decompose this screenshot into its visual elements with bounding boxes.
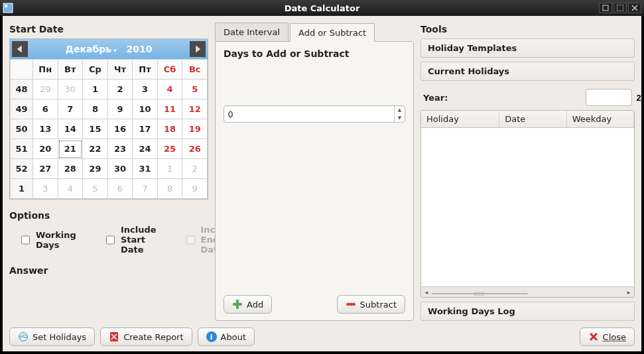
spin-down-button[interactable]: ▼ [395, 114, 405, 122]
holidays-table-body [421, 128, 634, 286]
tab-date-interval[interactable]: Date Interval [215, 23, 289, 41]
window-title: Date Calculator [285, 3, 360, 13]
working-days-checkbox[interactable]: Working Days [19, 230, 77, 250]
scroll-grip[interactable] [432, 293, 528, 294]
scroll-right-button[interactable]: ▸ [623, 288, 634, 297]
calendar-day[interactable]: 26 [182, 139, 208, 159]
maximize-button[interactable] [613, 3, 627, 13]
calendar-day[interactable]: 22 [83, 139, 108, 159]
calendar-day[interactable]: 21 [58, 139, 83, 159]
working-days-log-group[interactable]: Working Days Log [420, 302, 635, 321]
calendar-day[interactable]: 6 [107, 179, 133, 199]
col-date[interactable]: Date [499, 111, 566, 127]
subtract-button[interactable]: Subtract [337, 295, 405, 314]
info-icon: i [206, 331, 217, 342]
calendar-day[interactable]: 7 [58, 99, 83, 119]
calendar-day[interactable]: 29 [83, 159, 108, 179]
year-label: Year: [423, 93, 580, 103]
calendar-day[interactable]: 3 [33, 179, 58, 199]
week-number: 51 [11, 139, 33, 159]
close-window-button[interactable] [628, 3, 641, 13]
tools-title: Tools [420, 24, 635, 34]
calendar-day[interactable]: 29 [33, 80, 58, 99]
calendar-day[interactable]: 25 [157, 139, 182, 159]
calendar-day[interactable]: 1 [157, 159, 182, 179]
calendar-day[interactable]: 5 [182, 80, 208, 99]
chevron-right-icon [193, 44, 202, 54]
set-holidays-button[interactable]: Set Holidays [9, 327, 95, 346]
close-button[interactable]: Close [580, 327, 635, 346]
minimize-button[interactable] [599, 3, 612, 13]
days-spinbox[interactable]: ▲ ▼ [224, 105, 405, 123]
calendar-day[interactable]: 27 [33, 159, 58, 179]
svg-rect-2 [603, 5, 608, 11]
calendar-day[interactable]: 4 [157, 80, 182, 99]
include-start-checkbox[interactable]: Include Start Date [103, 225, 157, 255]
spin-up-button[interactable]: ▲ [395, 106, 405, 114]
col-holiday[interactable]: Holiday [421, 111, 499, 127]
calendar-prev-button[interactable] [12, 41, 28, 57]
calendar-day[interactable]: 24 [133, 139, 158, 159]
calendar-day[interactable]: 14 [58, 119, 83, 139]
calendar-month-label: Декабрь ▾ 2010 [66, 44, 153, 54]
add-button[interactable]: Add [224, 295, 272, 314]
svg-rect-9 [233, 303, 242, 306]
calendar-day[interactable]: 8 [157, 179, 182, 199]
scroll-left-button[interactable]: ◂ [421, 288, 432, 297]
calendar-day[interactable]: 23 [107, 139, 133, 159]
calendar-day[interactable]: 8 [83, 99, 108, 119]
add-subtract-panel: Days to Add or Subtract ▲ ▼ [215, 41, 414, 321]
about-button[interactable]: i About [198, 327, 255, 346]
calendar-day[interactable]: 13 [33, 119, 58, 139]
calendar-day[interactable]: 19 [182, 119, 208, 139]
calendar-day[interactable]: 12 [182, 99, 208, 119]
dow-header: Вт [58, 60, 83, 80]
horizontal-scrollbar[interactable]: ◂ ▸ [421, 286, 634, 297]
tab-add-subtract[interactable]: Add or Subtract [290, 23, 375, 42]
calendar-day[interactable]: 30 [58, 80, 83, 99]
calendar-day[interactable]: 15 [83, 119, 108, 139]
current-holidays-group[interactable]: Current Holidays [420, 62, 635, 81]
tab-bar: Date Interval Add or Subtract [215, 23, 414, 41]
create-report-button[interactable]: Create Report [100, 327, 192, 346]
days-input[interactable] [224, 106, 394, 122]
dow-header: Вс [182, 60, 208, 80]
holidays-table[interactable]: Holiday Date Weekday ◂ ▸ [420, 110, 635, 298]
app-icon [3, 3, 13, 13]
calendar-day[interactable]: 3 [133, 80, 158, 99]
col-weekday[interactable]: Weekday [567, 111, 634, 127]
calendar-day[interactable]: 2 [107, 80, 133, 99]
year-input[interactable] [586, 89, 644, 105]
calendar-day[interactable]: 9 [182, 179, 208, 199]
titlebar: Date Calculator [0, 0, 644, 16]
calendar-day[interactable]: 11 [157, 99, 182, 119]
calendar-day[interactable]: 6 [33, 99, 58, 119]
calendar-grid[interactable]: ПнВтСрЧтПтСбВс 4829301234549678910111250… [10, 59, 208, 199]
calendar-day[interactable]: 20 [33, 139, 58, 159]
calendar-day[interactable]: 18 [157, 119, 182, 139]
calendar-day[interactable]: 16 [107, 119, 133, 139]
calendar-day[interactable]: 17 [133, 119, 158, 139]
svg-marker-7 [196, 45, 200, 52]
calendar-day[interactable]: 28 [58, 159, 83, 179]
calendar-day[interactable]: 30 [107, 159, 133, 179]
calendar-day[interactable]: 31 [133, 159, 158, 179]
holiday-templates-group[interactable]: Holiday Templates [420, 38, 635, 58]
calendar-next-button[interactable] [190, 41, 206, 57]
bottom-toolbar: Set Holidays Create Report i About Close [9, 327, 635, 346]
week-number: 50 [11, 119, 33, 139]
dow-header: Сб [157, 60, 182, 80]
answer-title: Answer [9, 265, 208, 276]
year-spinbox[interactable]: ▲ ▼ [586, 89, 632, 106]
calendar-day[interactable]: 2 [182, 159, 208, 179]
calendar-day[interactable]: 4 [58, 179, 83, 199]
start-date-title: Start Date [9, 24, 208, 34]
dow-header: Чт [107, 60, 133, 80]
calendar-day[interactable]: 7 [133, 179, 158, 199]
dow-header: Пн [33, 60, 58, 80]
calendar-day[interactable]: 1 [83, 80, 108, 99]
calendar-day[interactable]: 9 [107, 99, 133, 119]
calendar-day[interactable]: 10 [133, 99, 158, 119]
calendar-day[interactable]: 5 [83, 179, 108, 199]
plus-icon [232, 299, 243, 310]
